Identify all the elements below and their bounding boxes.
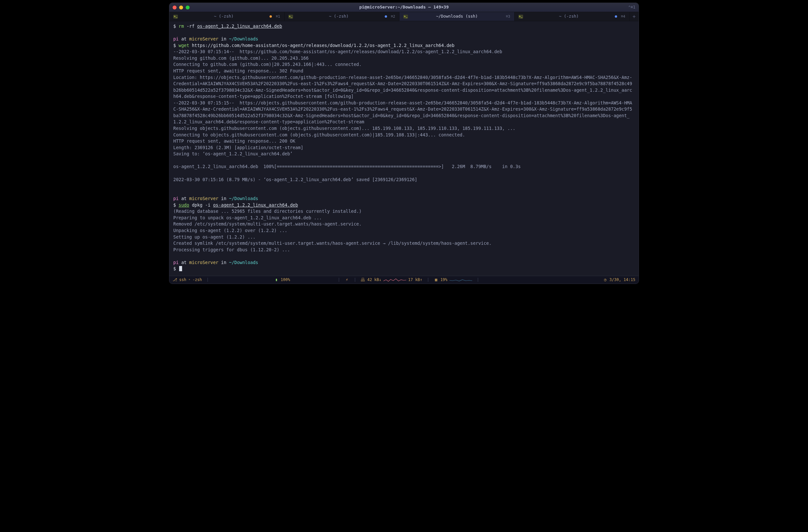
output-line: Preparing to unpack os-agent_1.2.2_linux… [173,215,635,221]
output-line: Length: 2369126 (2.3M) [application/octe… [173,145,635,151]
status-clock: ◷ 3/30, 14:15 [603,277,636,283]
tab-bar: >_~ (-zsh)⌘1>_~ (-zsh)⌘2>_~/Downloads (s… [169,12,639,21]
broadcast-indicator: ⌃⌘1 [628,4,636,10]
output-line: Resolving github.com (github.com)... 20.… [173,55,635,62]
terminal-icon: >_ [173,15,178,19]
output-line: os-agent_1.2.2_linux_aarch64.deb 100%[==… [173,164,635,170]
sparkline-cpu [449,278,472,282]
blank-line [173,30,635,36]
close-button[interactable] [172,5,177,10]
command-line: $ rm -rf os-agent_1.2.2_linux_aarch64.de… [173,23,635,30]
blank-line [173,253,635,259]
branch-icon: ⎇ [172,277,177,283]
output-line: Removed /etc/systemd/system/multi-user.t… [173,221,635,227]
tab-label: ~ (-zsh) [296,13,382,19]
output-line: (Reading database ... 52965 files and di… [173,208,635,215]
cpu-value: 19% [440,277,447,283]
output-line: --2022-03-30 07:15:14-- https://github.c… [173,49,635,55]
output-line: 2022-03-30 07:15:16 (8.79 MB/s) - ‘os-ag… [173,177,635,183]
status-net-up: 17 kB↑ [408,277,422,283]
tab-1[interactable]: >_~ (-zsh)⌘1 [169,12,284,21]
output-line: Resolving objects.githubusercontent.com … [173,125,635,132]
prompt-line: pi at microServer in ~/Downloads [173,196,635,202]
net-down-value: 42 kB↓ [367,277,381,283]
tab-2[interactable]: >_~ (-zsh)⌘2 [284,12,400,21]
output-line: Processing triggers for dbus (1.12.20-2)… [173,247,635,253]
status-shell-label: -zsh [192,277,202,283]
output-line: Setting up os-agent (1.2.2) ... [173,234,635,241]
tab-label: ~ (-zsh) [181,13,267,19]
terminal-body[interactable]: $ rm -rf os-agent_1.2.2_linux_aarch64.de… [169,21,639,276]
blank-line [173,189,635,196]
command-line: $ wget https://github.com/home-assistant… [173,42,635,49]
net-up-value: 17 kB↑ [408,277,422,283]
terminal-icon: >_ [518,15,523,19]
status-ssh: ⎇ ssh • -zsh [172,277,202,283]
clock-icon: ◷ [603,277,608,283]
output-line: Unpacking os-agent (1.2.2) over (1.2.2) … [173,227,635,234]
output-line: --2022-03-30 07:15:15-- https://objects.… [173,100,635,125]
tab-shortcut: ⌘3 [506,14,510,19]
activity-dot [615,15,617,18]
cursor [179,266,182,271]
prompt-line: pi at microServer in ~/Downloads [173,36,635,42]
new-tab-button[interactable]: + [629,12,639,21]
status-bar: ⎇ ssh • -zsh | ▮ 100% | ⚡ | 品 42 kB↓ 17 … [169,276,639,283]
tab-shortcut: ⌘1 [276,14,280,19]
titlebar: pi@microServer:~/Downloads — 149×39 ⌃⌘1 [169,3,639,12]
window-title: pi@microServer:~/Downloads — 149×39 [169,4,639,11]
output-line: HTTP request sent, awaiting response... … [173,68,635,74]
minimize-button[interactable] [179,5,183,10]
activity-dot [270,15,272,18]
battery-icon: ▮ [274,277,279,283]
tab-label: ~/Downloads (ssh) [410,13,503,19]
output-line: Connecting to objects.githubusercontent.… [173,132,635,139]
maximize-button[interactable] [186,5,189,10]
terminal-icon: >_ [403,15,408,19]
battery-value: 100% [281,277,290,283]
traffic-lights [172,5,189,10]
output-line: Created symlink /etc/systemd/system/mult… [173,240,635,247]
tab-label: ~ (-zsh) [526,13,612,19]
terminal-window: pi@microServer:~/Downloads — 149×39 ⌃⌘1 … [169,3,639,284]
tab-shortcut: ⌘4 [621,14,625,19]
command-line: $ sudo dpkg -i os-agent_1.2.2_linux_aarc… [173,202,635,208]
tab-shortcut: ⌘2 [391,14,395,19]
blank-line [173,157,635,164]
output-line: Connecting to github.com (github.com)|20… [173,61,635,68]
blank-line [173,170,635,177]
output-line: Saving to: ‘os-agent_1.2.2_linux_aarch64… [173,151,635,157]
output-line: HTTP request sent, awaiting response... … [173,138,635,145]
prompt-cursor-line[interactable]: $ [173,266,635,272]
activity-dot [385,15,387,18]
status-net-down: 品 42 kB↓ [361,277,381,283]
clock-value: 3/30, 14:15 [610,277,636,283]
bolt-icon: ⚡ [345,277,349,283]
tab-3[interactable]: >_~/Downloads (ssh)⌘3 [400,12,515,21]
network-icon: 品 [361,277,365,283]
status-battery: ▮ 100% [274,277,290,283]
sparkline-down [383,278,406,282]
status-cpu: ▦ 19% [434,277,447,283]
tab-4[interactable]: >_~ (-zsh)⌘4 [515,12,630,21]
prompt-line: pi at microServer in ~/Downloads [173,259,635,266]
status-ssh-label: ssh [179,277,186,283]
blank-line [173,183,635,189]
output-line: Location: https://objects.githubusercont… [173,74,635,100]
terminal-icon: >_ [289,15,293,19]
cpu-icon: ▦ [434,277,438,283]
